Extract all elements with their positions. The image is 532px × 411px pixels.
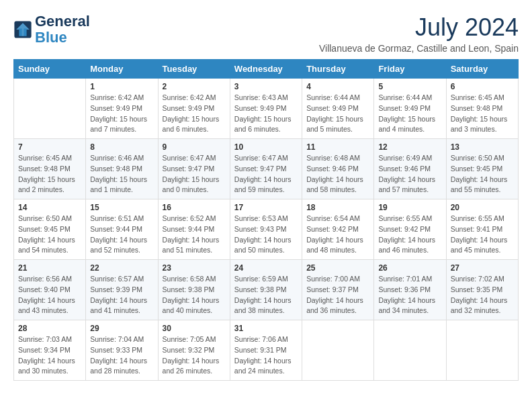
- weekday-header-sunday: Sunday: [14, 60, 86, 79]
- logo-icon: [13, 20, 32, 39]
- day-number: 11: [306, 142, 369, 152]
- day-info: Sunrise: 6:44 AMSunset: 9:49 PMDaylight:…: [378, 93, 441, 135]
- calendar-cell: 11Sunrise: 6:48 AMSunset: 9:46 PMDayligh…: [302, 139, 374, 199]
- calendar-cell: 4Sunrise: 6:44 AMSunset: 9:49 PMDaylight…: [302, 79, 374, 139]
- calendar-cell: 20Sunrise: 6:55 AMSunset: 9:41 PMDayligh…: [446, 199, 518, 260]
- calendar-week-row: 28Sunrise: 7:03 AMSunset: 9:34 PMDayligh…: [14, 320, 519, 381]
- month-year-title: July 2024: [319, 13, 519, 42]
- day-number: 28: [18, 324, 81, 333]
- day-number: 31: [234, 324, 298, 333]
- calendar-cell: 28Sunrise: 7:03 AMSunset: 9:34 PMDayligh…: [14, 320, 86, 381]
- calendar-cell: 31Sunrise: 7:06 AMSunset: 9:31 PMDayligh…: [230, 320, 302, 381]
- calendar-cell: 22Sunrise: 6:57 AMSunset: 9:39 PMDayligh…: [86, 260, 158, 320]
- calendar-cell: 12Sunrise: 6:49 AMSunset: 9:46 PMDayligh…: [374, 139, 446, 199]
- calendar-cell: 24Sunrise: 6:59 AMSunset: 9:38 PMDayligh…: [230, 260, 302, 320]
- calendar-cell: [302, 320, 374, 381]
- calendar-cell: 16Sunrise: 6:52 AMSunset: 9:44 PMDayligh…: [158, 199, 230, 260]
- day-number: 19: [378, 203, 441, 212]
- day-info: Sunrise: 6:51 AMSunset: 9:44 PMDaylight:…: [90, 214, 153, 256]
- day-info: Sunrise: 6:55 AMSunset: 9:41 PMDaylight:…: [451, 214, 514, 256]
- day-info: Sunrise: 6:58 AMSunset: 9:38 PMDaylight:…: [163, 274, 226, 316]
- calendar-cell: 19Sunrise: 6:55 AMSunset: 9:42 PMDayligh…: [374, 199, 446, 260]
- day-number: 23: [163, 263, 226, 273]
- day-info: Sunrise: 6:47 AMSunset: 9:47 PMDaylight:…: [163, 153, 226, 195]
- day-number: 26: [378, 263, 441, 273]
- day-number: 17: [234, 203, 298, 212]
- day-number: 22: [90, 263, 153, 273]
- day-info: Sunrise: 6:54 AMSunset: 9:42 PMDaylight:…: [306, 214, 369, 256]
- day-info: Sunrise: 6:53 AMSunset: 9:43 PMDaylight:…: [234, 214, 298, 256]
- weekday-header-thursday: Thursday: [302, 60, 374, 79]
- day-info: Sunrise: 7:02 AMSunset: 9:35 PMDaylight:…: [451, 274, 514, 316]
- day-number: 24: [234, 263, 298, 273]
- calendar-table: SundayMondayTuesdayWednesdayThursdayFrid…: [13, 59, 519, 381]
- calendar-week-row: 7Sunrise: 6:45 AMSunset: 9:48 PMDaylight…: [14, 139, 519, 199]
- calendar-cell: 27Sunrise: 7:02 AMSunset: 9:35 PMDayligh…: [446, 260, 518, 320]
- day-info: Sunrise: 6:43 AMSunset: 9:49 PMDaylight:…: [234, 93, 298, 135]
- day-info: Sunrise: 7:03 AMSunset: 9:34 PMDaylight:…: [18, 334, 81, 377]
- day-number: 6: [451, 82, 514, 91]
- calendar-cell: 17Sunrise: 6:53 AMSunset: 9:43 PMDayligh…: [230, 199, 302, 260]
- day-info: Sunrise: 6:47 AMSunset: 9:47 PMDaylight:…: [234, 153, 298, 195]
- day-number: 7: [18, 142, 81, 152]
- calendar-cell: 6Sunrise: 6:45 AMSunset: 9:48 PMDaylight…: [446, 79, 518, 139]
- day-number: 12: [378, 142, 441, 152]
- calendar-cell: 3Sunrise: 6:43 AMSunset: 9:49 PMDaylight…: [230, 79, 302, 139]
- day-number: 30: [163, 324, 226, 333]
- day-info: Sunrise: 6:57 AMSunset: 9:39 PMDaylight:…: [90, 274, 153, 316]
- day-info: Sunrise: 7:00 AMSunset: 9:37 PMDaylight:…: [306, 274, 369, 316]
- calendar-cell: [446, 320, 518, 381]
- calendar-header-row: SundayMondayTuesdayWednesdayThursdayFrid…: [14, 60, 519, 79]
- day-number: 27: [451, 263, 514, 273]
- day-info: Sunrise: 6:50 AMSunset: 9:45 PMDaylight:…: [18, 214, 81, 256]
- calendar-cell: 21Sunrise: 6:56 AMSunset: 9:40 PMDayligh…: [14, 260, 86, 320]
- logo: General Blue: [13, 13, 90, 46]
- calendar-cell: 9Sunrise: 6:47 AMSunset: 9:47 PMDaylight…: [158, 139, 230, 199]
- day-number: 16: [163, 203, 226, 212]
- weekday-header-monday: Monday: [86, 60, 158, 79]
- day-info: Sunrise: 7:05 AMSunset: 9:32 PMDaylight:…: [163, 334, 226, 377]
- day-number: 9: [163, 142, 226, 152]
- day-number: 4: [306, 82, 369, 91]
- day-info: Sunrise: 6:50 AMSunset: 9:45 PMDaylight:…: [451, 153, 514, 195]
- day-info: Sunrise: 6:45 AMSunset: 9:48 PMDaylight:…: [18, 153, 81, 195]
- calendar-cell: 23Sunrise: 6:58 AMSunset: 9:38 PMDayligh…: [158, 260, 230, 320]
- day-number: 21: [18, 263, 81, 273]
- day-number: 20: [451, 203, 514, 212]
- calendar-cell: 26Sunrise: 7:01 AMSunset: 9:36 PMDayligh…: [374, 260, 446, 320]
- calendar-cell: 2Sunrise: 6:42 AMSunset: 9:49 PMDaylight…: [158, 79, 230, 139]
- calendar-cell: 13Sunrise: 6:50 AMSunset: 9:45 PMDayligh…: [446, 139, 518, 199]
- day-info: Sunrise: 6:56 AMSunset: 9:40 PMDaylight:…: [18, 274, 81, 316]
- day-number: 8: [90, 142, 153, 152]
- calendar-cell: 1Sunrise: 6:42 AMSunset: 9:49 PMDaylight…: [86, 79, 158, 139]
- day-info: Sunrise: 7:04 AMSunset: 9:33 PMDaylight:…: [90, 334, 153, 377]
- day-number: 18: [306, 203, 369, 212]
- day-info: Sunrise: 6:55 AMSunset: 9:42 PMDaylight:…: [378, 214, 441, 256]
- calendar-cell: 10Sunrise: 6:47 AMSunset: 9:47 PMDayligh…: [230, 139, 302, 199]
- day-number: 13: [451, 142, 514, 152]
- calendar-week-row: 14Sunrise: 6:50 AMSunset: 9:45 PMDayligh…: [14, 199, 519, 260]
- day-info: Sunrise: 6:46 AMSunset: 9:48 PMDaylight:…: [90, 153, 153, 195]
- weekday-header-tuesday: Tuesday: [158, 60, 230, 79]
- calendar-week-row: 1Sunrise: 6:42 AMSunset: 9:49 PMDaylight…: [14, 79, 519, 139]
- day-info: Sunrise: 6:42 AMSunset: 9:49 PMDaylight:…: [163, 93, 226, 135]
- calendar-cell: 18Sunrise: 6:54 AMSunset: 9:42 PMDayligh…: [302, 199, 374, 260]
- calendar-cell: 7Sunrise: 6:45 AMSunset: 9:48 PMDaylight…: [14, 139, 86, 199]
- day-number: 15: [90, 203, 153, 212]
- day-number: 10: [234, 142, 298, 152]
- day-info: Sunrise: 6:49 AMSunset: 9:46 PMDaylight:…: [378, 153, 441, 195]
- calendar-week-row: 21Sunrise: 6:56 AMSunset: 9:40 PMDayligh…: [14, 260, 519, 320]
- calendar-cell: 30Sunrise: 7:05 AMSunset: 9:32 PMDayligh…: [158, 320, 230, 381]
- calendar-cell: 14Sunrise: 6:50 AMSunset: 9:45 PMDayligh…: [14, 199, 86, 260]
- calendar-cell: 5Sunrise: 6:44 AMSunset: 9:49 PMDaylight…: [374, 79, 446, 139]
- title-block: July 2024 Villanueva de Gormaz, Castille…: [319, 13, 519, 54]
- calendar-cell: [14, 79, 86, 139]
- day-info: Sunrise: 6:44 AMSunset: 9:49 PMDaylight:…: [306, 93, 369, 135]
- location-text: Villanueva de Gormaz, Castille and Leon,…: [319, 43, 519, 54]
- day-info: Sunrise: 6:42 AMSunset: 9:49 PMDaylight:…: [90, 93, 153, 135]
- day-number: 5: [378, 82, 441, 91]
- day-number: 2: [163, 82, 226, 91]
- weekday-header-saturday: Saturday: [446, 60, 518, 79]
- day-number: 29: [90, 324, 153, 333]
- calendar-cell: [374, 320, 446, 381]
